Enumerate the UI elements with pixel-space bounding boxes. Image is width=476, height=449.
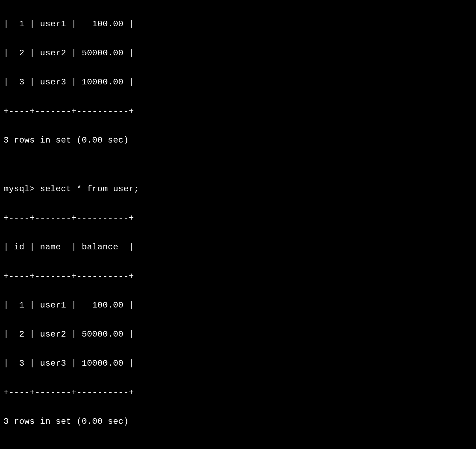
output-line: | 1 | user1 | 100.00 | [4, 19, 472, 29]
output-line: 3 rows in set (0.00 sec) [4, 417, 472, 427]
output-line: | 1 | user1 | 100.00 | [4, 301, 472, 310]
output-line: | 2 | user2 | 50000.00 | [4, 48, 472, 58]
output-line: mysql> select * from user; [4, 184, 472, 194]
output-line: | 2 | user2 | 50000.00 | [4, 330, 472, 339]
output-line: +----+-------+----------+ [4, 271, 472, 281]
terminal-output: | 1 | user1 | 100.00 | | 2 | user2 | 500… [4, 0, 472, 449]
output-line: +----+-------+----------+ [4, 106, 472, 116]
output-line: | id | name | balance | [4, 242, 472, 252]
output-line: 3 rows in set (0.00 sec) [4, 136, 472, 145]
output-line: +----+-------+----------+ [4, 388, 472, 398]
output-line: | 3 | user3 | 10000.00 | [4, 77, 472, 87]
output-line: +----+-------+----------+ [4, 213, 472, 223]
output-line: | 3 | user3 | 10000.00 | [4, 359, 472, 368]
